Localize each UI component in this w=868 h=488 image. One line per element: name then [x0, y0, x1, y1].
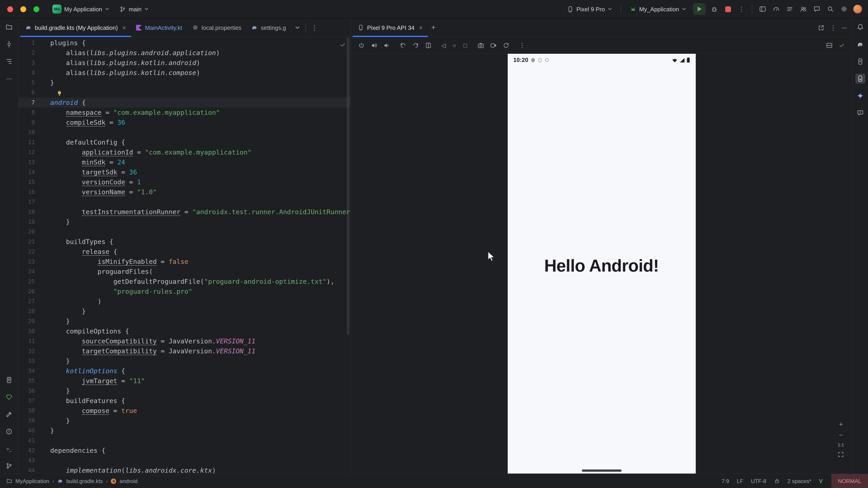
code-line-31[interactable]: 31 sourceCompatibility = JavaVersion.VER…: [19, 336, 350, 346]
line-number[interactable]: 8: [19, 107, 35, 118]
line-number[interactable]: 7: [19, 98, 35, 107]
code-line-8[interactable]: 8 namespace = "com.example.myapplication…: [19, 107, 350, 118]
line-number[interactable]: 2: [19, 48, 35, 58]
tab-device-pixel9[interactable]: Pixel 9 Pro API 34 ×: [352, 19, 428, 37]
code-line-28[interactable]: 28 }: [19, 306, 350, 316]
code-line-32[interactable]: 32 targetCompatibility = JavaVersion.VER…: [19, 346, 350, 356]
code-line-21[interactable]: 21 buildTypes {: [19, 237, 350, 247]
code-line-29[interactable]: 29 }: [19, 316, 350, 326]
tab-local-properties[interactable]: local.properties: [187, 19, 246, 37]
fold-device-button[interactable]: [423, 40, 433, 50]
line-number[interactable]: 30: [19, 326, 35, 336]
line-number[interactable]: 15: [19, 177, 35, 187]
device-selector[interactable]: Pixel 9 Pro: [564, 4, 615, 14]
code-line-15[interactable]: 15 versionCode = 1: [19, 177, 350, 187]
android-overview-button[interactable]: □: [461, 42, 469, 48]
line-number[interactable]: 18: [19, 207, 35, 217]
code-line-22[interactable]: 22 release {: [19, 247, 350, 257]
version-control-tool-button[interactable]: [4, 461, 14, 471]
code-line-36[interactable]: 36 }: [19, 386, 350, 396]
code-line-7[interactable]: 7android {: [19, 98, 350, 107]
code-with-me-button[interactable]: [798, 4, 808, 14]
line-number[interactable]: 20: [19, 227, 35, 237]
run-configuration-selector[interactable]: My_Application: [627, 4, 689, 14]
line-number[interactable]: 23: [19, 257, 35, 267]
inspections-ok-icon[interactable]: [340, 41, 346, 51]
gemini-tool-button[interactable]: [855, 91, 865, 101]
line-number[interactable]: 26: [19, 287, 35, 296]
code-line-1[interactable]: 1plugins {: [19, 38, 350, 48]
line-number[interactable]: 9: [19, 118, 35, 127]
code-line-24[interactable]: 24 proguardFiles(: [19, 267, 350, 276]
close-icon[interactable]: ×: [419, 24, 423, 31]
code-line-39[interactable]: 39 }: [19, 416, 350, 426]
add-device-tab-icon[interactable]: +: [431, 24, 436, 31]
debug-button[interactable]: [709, 4, 719, 14]
line-number[interactable]: 21: [19, 237, 35, 247]
code-line-13[interactable]: 13 minSdk = 24: [19, 157, 350, 167]
caret-position-widget[interactable]: 7:9: [721, 478, 729, 484]
zoom-fit-icon[interactable]: [838, 451, 844, 458]
line-number[interactable]: 22: [19, 247, 35, 257]
code-line-43[interactable]: 43: [19, 455, 350, 465]
code-line-40[interactable]: 40}: [19, 426, 350, 435]
panel-options-icon[interactable]: ⋮: [830, 24, 836, 31]
code-line-27[interactable]: 27 ): [19, 296, 350, 306]
device-explorer-tool-button[interactable]: [855, 57, 865, 66]
line-number[interactable]: 43: [19, 455, 35, 465]
stop-button[interactable]: [723, 4, 733, 14]
vim-mode-badge[interactable]: NORMAL: [831, 474, 868, 488]
rotate-right-button[interactable]: [410, 40, 421, 50]
code-line-25[interactable]: 25 getDefaultProguardFile("proguard-andr…: [19, 276, 350, 287]
macos-minimize-button[interactable]: [20, 6, 26, 12]
line-number[interactable]: 32: [19, 346, 35, 356]
device-more-actions-button[interactable]: ⋮: [517, 40, 527, 50]
code-line-12[interactable]: 12 applicationId = "com.example.myapplic…: [19, 147, 350, 157]
code-line-26[interactable]: 26 "proguard-rules.pro": [19, 287, 350, 296]
code-line-9[interactable]: 9 compileSdk = 36: [19, 118, 350, 127]
hide-panel-icon[interactable]: —: [842, 25, 847, 30]
app-insights-tool-button[interactable]: [855, 108, 865, 118]
structure-tool-button[interactable]: [4, 57, 14, 66]
editor-options-icon[interactable]: ⋮: [311, 24, 318, 31]
crumb-element[interactable]: android: [120, 478, 138, 484]
hidden-tabs-chevron-icon[interactable]: [294, 25, 300, 30]
code-line-42[interactable]: 42dependencies {: [19, 446, 350, 455]
rotate-left-button[interactable]: [398, 40, 408, 50]
line-number[interactable]: 29: [19, 316, 35, 326]
user-avatar[interactable]: [852, 4, 863, 14]
code-line-34[interactable]: 34 kotlinOptions {: [19, 366, 350, 376]
code-editor[interactable]: 1plugins {2 alias(libs.plugins.android.a…: [19, 37, 350, 474]
line-number[interactable]: 4: [19, 68, 35, 78]
code-line-10[interactable]: 10: [19, 127, 350, 137]
display-mode-button[interactable]: [824, 40, 834, 50]
android-back-button[interactable]: ◁: [439, 42, 447, 48]
line-number[interactable]: 28: [19, 306, 35, 316]
close-icon[interactable]: ×: [122, 24, 126, 31]
line-number[interactable]: 36: [19, 386, 35, 396]
line-number[interactable]: 25: [19, 276, 35, 287]
line-number[interactable]: 38: [19, 406, 35, 416]
logcat-tool-button[interactable]: [4, 375, 14, 385]
code-line-38[interactable]: 38 compose = true: [19, 406, 350, 416]
code-line-35[interactable]: 35 jvmTarget = "11": [19, 376, 350, 386]
line-number[interactable]: 24: [19, 267, 35, 276]
line-number[interactable]: 1: [19, 38, 35, 48]
problems-tool-button[interactable]: [4, 427, 14, 436]
line-number[interactable]: 19: [19, 217, 35, 227]
commit-tool-button[interactable]: [4, 39, 14, 49]
line-number[interactable]: 34: [19, 366, 35, 376]
ai-chat-button[interactable]: [812, 4, 822, 14]
tab-main-activity[interactable]: MainActivity.kt: [131, 19, 187, 37]
reset-view-button[interactable]: [501, 40, 511, 50]
emulator-screen[interactable]: 10:20 Hello Android!: [507, 54, 695, 474]
indent-widget[interactable]: 2 spaces*: [787, 478, 811, 484]
line-number[interactable]: 27: [19, 296, 35, 306]
quickfix-bulb-icon[interactable]: [57, 90, 62, 96]
settings-button[interactable]: [839, 4, 849, 14]
readonly-lock-icon[interactable]: [774, 478, 780, 484]
todo-list-button[interactable]: [785, 4, 795, 14]
line-number[interactable]: 11: [19, 137, 35, 147]
macos-zoom-button[interactable]: [33, 6, 39, 12]
line-number[interactable]: 35: [19, 376, 35, 386]
